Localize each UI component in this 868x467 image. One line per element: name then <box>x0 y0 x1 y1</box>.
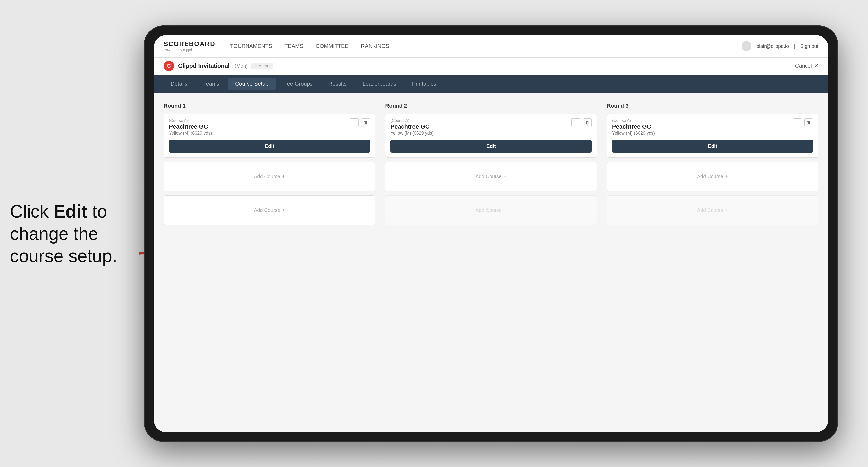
edit-course-button-r3-c1[interactable]: Edit <box>612 140 813 153</box>
nav-rankings[interactable]: RANKINGS <box>361 43 390 49</box>
add-course-text: Add Course + <box>475 207 506 213</box>
add-course-card-r3-1[interactable]: Add Course + <box>607 162 818 191</box>
course-details: Yellow (M) (6629 yds) <box>612 131 793 136</box>
nav-teams[interactable]: TEAMS <box>284 43 303 49</box>
course-card-actions: ⋯ 🗑 <box>793 118 813 127</box>
tab-printables[interactable]: Printables <box>405 77 443 90</box>
course-card-r1-c1: (Course A) Peachtree GC Yellow (M) (6629… <box>164 114 375 158</box>
course-settings-icon[interactable]: ⋯ <box>350 118 359 127</box>
round-column-1: Round 1 (Course A) Peachtree GC Yellow (… <box>164 103 375 229</box>
course-settings-icon[interactable]: ⋯ <box>793 118 802 127</box>
add-course-card-r2-2: Add Course + <box>385 195 597 225</box>
add-course-text: Add Course + <box>697 207 728 213</box>
tab-leaderboards[interactable]: Leaderboards <box>355 77 403 90</box>
cancel-button[interactable]: Cancel ✕ <box>795 63 818 69</box>
user-avatar <box>742 41 751 51</box>
sign-out-link[interactable]: Sign out <box>800 43 818 49</box>
tournament-info: C Clippd Invitational (Men) Hosting <box>164 61 273 71</box>
tournament-name: Clippd Invitational <box>178 62 230 69</box>
tab-details[interactable]: Details <box>164 77 194 90</box>
course-settings-icon[interactable]: ⋯ <box>571 118 580 127</box>
course-name: Peachtree GC <box>390 123 571 130</box>
plus-icon: + <box>282 174 285 179</box>
round-column-2: Round 2 (Course A) Peachtree GC Yellow (… <box>385 103 597 229</box>
nav-links: TOURNAMENTS TEAMS COMMITTEE RANKINGS <box>230 43 390 49</box>
course-card-header: (Course A) Peachtree GC Yellow (M) (6629… <box>607 114 818 136</box>
add-course-card-r1-1[interactable]: Add Course + <box>164 162 375 191</box>
course-card-r3-c1: (Course A) Peachtree GC Yellow (M) (6629… <box>607 114 818 158</box>
course-details: Yellow (M) (6629 yds) <box>390 131 571 136</box>
tablet-screen: SCOREBOARD Powered by clippd TOURNAMENTS… <box>154 35 828 432</box>
tab-bar: Details Teams Course Setup Tee Groups Re… <box>154 75 828 93</box>
tournament-bar: C Clippd Invitational (Men) Hosting Canc… <box>154 58 828 75</box>
course-delete-icon[interactable]: 🗑 <box>804 118 813 127</box>
course-card-actions: ⋯ 🗑 <box>571 118 592 127</box>
course-tag: (Course A) <box>612 118 793 123</box>
rounds-grid: Round 1 (Course A) Peachtree GC Yellow (… <box>164 103 818 229</box>
tab-tee-groups[interactable]: Tee Groups <box>278 77 320 90</box>
course-card-header: (Course A) Peachtree GC Yellow (M) (6629… <box>385 114 596 136</box>
round-label-3: Round 3 <box>607 103 818 109</box>
scoreboard-subtitle: Powered by clippd <box>164 48 215 52</box>
course-card-r2-c1: (Course A) Peachtree GC Yellow (M) (6629… <box>385 114 597 158</box>
add-course-text: Add Course + <box>254 207 285 213</box>
nav-committee[interactable]: COMMITTEE <box>316 43 348 49</box>
course-card-info: (Course A) Peachtree GC Yellow (M) (6629… <box>612 118 793 136</box>
separator: | <box>794 43 795 49</box>
edit-course-button-r1-c1[interactable]: Edit <box>169 140 370 153</box>
course-delete-icon[interactable]: 🗑 <box>583 118 592 127</box>
round-label-2: Round 2 <box>385 103 597 109</box>
cancel-icon: ✕ <box>814 63 818 69</box>
tournament-gender: (Men) <box>235 63 248 69</box>
tournament-logo: C <box>164 61 174 71</box>
tournament-badge: Hosting <box>251 63 273 69</box>
user-email: blair@clippd.io <box>756 43 789 49</box>
add-course-card-r1-2[interactable]: Add Course + <box>164 195 375 225</box>
plus-icon: + <box>725 174 728 179</box>
tab-course-setup[interactable]: Course Setup <box>228 77 276 90</box>
plus-icon: + <box>282 207 285 213</box>
tablet-frame: SCOREBOARD Powered by clippd TOURNAMENTS… <box>144 25 838 442</box>
add-course-text: Add Course + <box>254 174 285 179</box>
course-name: Peachtree GC <box>169 123 350 130</box>
add-course-text: Add Course + <box>697 174 728 179</box>
course-delete-icon[interactable]: 🗑 <box>361 118 370 127</box>
course-name: Peachtree GC <box>612 123 793 130</box>
tab-results[interactable]: Results <box>321 77 353 90</box>
instruction-area: Click Edit to change the course setup. <box>0 185 144 282</box>
top-nav: SCOREBOARD Powered by clippd TOURNAMENTS… <box>154 35 828 58</box>
tab-teams[interactable]: Teams <box>196 77 226 90</box>
add-course-card-r3-2: Add Course + <box>607 195 818 225</box>
course-card-info: (Course A) Peachtree GC Yellow (M) (6629… <box>390 118 571 136</box>
instruction-text: Click Edit to change the course setup. <box>10 200 134 267</box>
scoreboard-logo: SCOREBOARD Powered by clippd <box>164 41 215 52</box>
content-area: Round 1 (Course A) Peachtree GC Yellow (… <box>154 93 828 432</box>
nav-right: blair@clippd.io | Sign out <box>742 41 818 51</box>
plus-icon: + <box>725 207 728 213</box>
add-course-text: Add Course + <box>475 174 506 179</box>
round-label-1: Round 1 <box>164 103 375 109</box>
course-tag: (Course A) <box>390 118 571 123</box>
plus-icon: + <box>504 207 507 213</box>
nav-tournaments[interactable]: TOURNAMENTS <box>230 43 272 49</box>
round-column-3: Round 3 (Course A) Peachtree GC Yellow (… <box>607 103 818 229</box>
course-card-header: (Course A) Peachtree GC Yellow (M) (6629… <box>164 114 375 136</box>
plus-icon: + <box>504 174 507 179</box>
course-card-actions: ⋯ 🗑 <box>350 118 370 127</box>
nav-left: SCOREBOARD Powered by clippd TOURNAMENTS… <box>164 41 390 52</box>
course-tag: (Course A) <box>169 118 350 123</box>
edit-course-button-r2-c1[interactable]: Edit <box>390 140 591 153</box>
course-card-info: (Course A) Peachtree GC Yellow (M) (6629… <box>169 118 350 136</box>
course-details: Yellow (M) (6629 yds) <box>169 131 350 136</box>
add-course-card-r2-1[interactable]: Add Course + <box>385 162 597 191</box>
scoreboard-title: SCOREBOARD <box>164 41 215 47</box>
